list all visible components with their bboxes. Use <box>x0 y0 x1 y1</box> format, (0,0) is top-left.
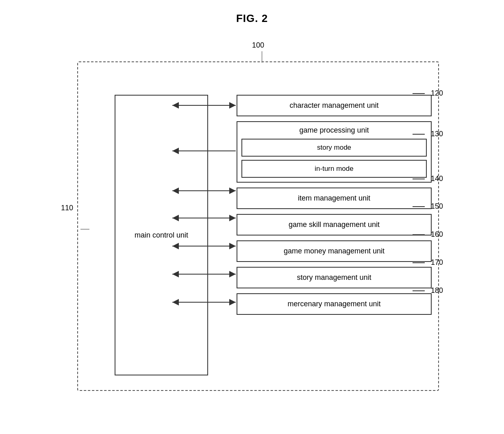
right-units: character management unit game processin… <box>237 95 432 315</box>
main-control-box: main control unit <box>115 95 208 375</box>
unit-character: character management unit <box>237 95 432 116</box>
nested-story-mode: story mode <box>241 139 427 157</box>
ref-label-140: 140 <box>413 174 443 183</box>
main-control-label: main control unit <box>135 231 188 240</box>
label-100: 100 <box>252 41 264 50</box>
unit-skill: game skill management unit <box>237 214 432 236</box>
fig-title: FIG. 2 <box>236 12 268 25</box>
unit-game-processing: game processing unit story mode in-turn … <box>237 121 432 183</box>
ref-label-120: 120 <box>413 89 443 98</box>
ref-label-180: 180 <box>413 286 443 295</box>
unit-story: story management unit <box>237 267 432 288</box>
unit-mercenary: mercenary management unit <box>237 293 432 315</box>
nested-inturn-mode: in-turn mode <box>241 160 427 178</box>
label-110: 110 <box>61 204 73 212</box>
ref-label-160: 160 <box>413 230 443 239</box>
ref-label-150: 150 <box>413 202 443 211</box>
ref-label-170: 170 <box>413 258 443 267</box>
outer-dashed-box: main control unit character management u… <box>77 61 439 391</box>
unit-item: item management unit <box>237 188 432 209</box>
unit-money: game money management unit <box>237 240 432 262</box>
ref-label-130: 130 <box>413 130 443 138</box>
